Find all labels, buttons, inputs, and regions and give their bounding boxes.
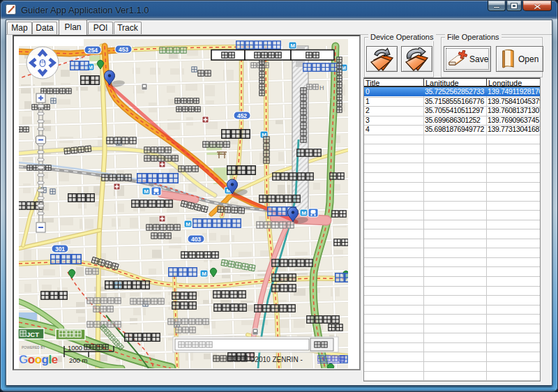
svg-text:403: 403 [191, 236, 201, 243]
svg-text:©2010 ZENRIN -: ©2010 ZENRIN - [250, 356, 303, 363]
svg-text:301: 301 [55, 246, 65, 252]
svg-text:M: M [202, 271, 206, 277]
svg-text:POWERED BY: POWERED BY [22, 345, 46, 349]
svg-text:M: M [290, 43, 295, 49]
svg-text:JCT: JCT [27, 331, 39, 338]
svg-text:200 m: 200 m [69, 356, 87, 364]
svg-text:254: 254 [88, 47, 98, 54]
svg-text:452: 452 [237, 112, 247, 119]
svg-text:1000: 1000 [68, 344, 82, 352]
svg-text:Google: Google [19, 353, 58, 366]
svg-text:H: H [319, 84, 324, 91]
svg-text:M: M [144, 188, 149, 195]
svg-text:M: M [186, 221, 190, 227]
svg-text:M: M [301, 210, 306, 216]
svg-text:453: 453 [119, 46, 128, 53]
